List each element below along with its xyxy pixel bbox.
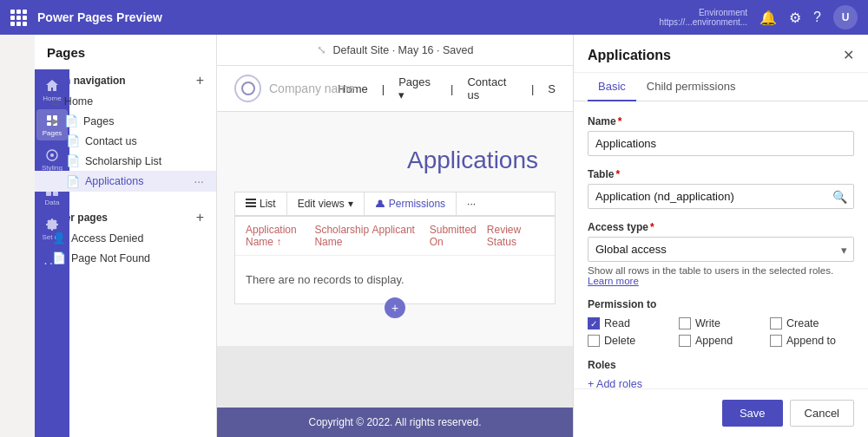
settings-icon[interactable]: ⚙ xyxy=(789,10,801,26)
environment-url: https://...environment... xyxy=(659,17,747,27)
app-title: Power Pages Preview xyxy=(37,10,162,24)
topbar-right: Environment https://...environment... 🔔 … xyxy=(659,5,858,29)
topbar-left: Power Pages Preview xyxy=(10,10,162,26)
environment-label: Environment xyxy=(699,8,747,17)
help-icon[interactable]: ? xyxy=(813,10,821,25)
app-grid-icon[interactable] xyxy=(10,10,27,26)
user-avatar[interactable]: U xyxy=(833,5,858,29)
topbar: Power Pages Preview Environment https://… xyxy=(0,0,868,35)
notification-icon[interactable]: 🔔 xyxy=(760,10,777,26)
environment-info: Environment https://...environment... xyxy=(659,8,747,27)
